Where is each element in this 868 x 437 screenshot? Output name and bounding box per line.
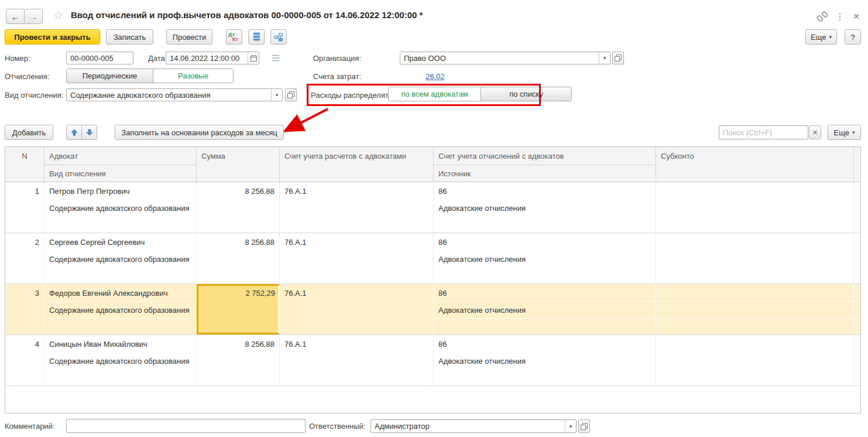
cell-settlement-account[interactable]: 76.А.1 — [280, 284, 434, 334]
cell-subconto[interactable] — [656, 182, 854, 233]
forward-button[interactable]: → — [24, 9, 43, 24]
chevron-down-icon[interactable]: ▾ — [271, 89, 282, 101]
clear-icon: ✕ — [812, 129, 818, 136]
col-header-spacer — [854, 147, 860, 182]
register-records-button[interactable] — [248, 29, 265, 45]
help-button[interactable]: ? — [845, 29, 861, 45]
post-button[interactable]: Провести — [166, 29, 212, 45]
structure-icon — [274, 33, 283, 42]
open-in-form-icon — [287, 91, 294, 98]
cell-settlement-account[interactable]: 76.А.1 — [280, 182, 434, 233]
back-button[interactable]: ← — [6, 9, 25, 24]
deduction-kind-combobox[interactable]: Содержание адвокатского образования ▾ — [66, 88, 283, 101]
close-icon[interactable]: ✕ — [850, 10, 863, 23]
deduction-kind-label: Вид отчисления: — [5, 91, 63, 100]
post-and-close-button[interactable]: Провести и закрыть — [5, 29, 100, 45]
organization-label: Организация: — [313, 54, 361, 63]
organization-open-button[interactable] — [612, 52, 624, 64]
cell-sum[interactable]: 8 256,88 — [197, 335, 280, 385]
cell-subconto[interactable] — [656, 233, 854, 284]
open-in-form-icon — [581, 423, 588, 430]
get-link-icon[interactable] — [816, 10, 829, 23]
back-icon: ← — [11, 12, 20, 21]
search-input[interactable] — [719, 125, 808, 139]
search-clear-button[interactable]: ✕ — [809, 125, 821, 139]
col-header-subconto[interactable]: Субконто — [656, 147, 854, 182]
page-title: Ввод отчислений и проф.вычетов адвокатов… — [71, 10, 423, 20]
cell-settlement-account[interactable]: 76.А.1 — [280, 233, 434, 284]
distribute-option-list[interactable]: по списку — [481, 87, 571, 101]
cost-accounts-link[interactable]: 26.02 — [426, 72, 445, 81]
window-menu-icon[interactable]: ⋮ — [833, 10, 846, 23]
cell-subconto[interactable] — [656, 284, 854, 334]
number-input[interactable] — [66, 52, 133, 64]
table-header: N Адвокат Вид отчисления Сумма Счет учет… — [5, 147, 860, 182]
deductions-tumbler: Периодические Разовые — [66, 69, 234, 83]
date-input[interactable]: 14.06.2022 12:00:00 — [166, 52, 259, 64]
chevron-down-icon[interactable]: ▾ — [565, 420, 576, 432]
deduction-kind-open-button[interactable] — [285, 88, 297, 101]
cell-sum[interactable]: 2 752,29 — [197, 284, 280, 334]
fill-from-expenses-button[interactable]: Заполнить на основании расходов за месяц — [115, 125, 284, 140]
responsible-combobox[interactable]: Администратор ▾ — [370, 419, 577, 433]
col-header-sum[interactable]: Сумма — [197, 147, 280, 182]
cell-deduction-account[interactable]: 86 Адвокатские отчисления — [434, 233, 656, 284]
show-postings-button[interactable]: Дт Кт — [226, 29, 242, 45]
cell-n[interactable]: 3 — [5, 284, 44, 334]
cost-accounts-label: Счета затрат: — [313, 72, 361, 81]
move-up-button[interactable] — [66, 125, 82, 140]
responsible-open-button[interactable] — [578, 419, 590, 433]
table-row[interactable]: 1 Петров Петр Петрович Содержание адвока… — [5, 182, 860, 233]
table-row[interactable]: 4 Синицын Иван Михайлович Содержание адв… — [5, 335, 860, 386]
comment-input[interactable] — [66, 419, 306, 433]
cell-deduction-account[interactable]: 86 Адвокатские отчисления — [434, 335, 656, 385]
cell-n[interactable]: 2 — [5, 233, 44, 284]
add-row-button[interactable]: Добавить — [5, 125, 53, 140]
save-button[interactable]: Записать — [106, 29, 153, 45]
comment-label: Комментарий: — [5, 422, 55, 431]
table-row[interactable]: 2 Сергеев Сергей Сергеевич Содержание ад… — [5, 233, 860, 284]
calendar-icon[interactable] — [248, 52, 259, 64]
table-more-button[interactable]: Еще▾ — [828, 125, 861, 140]
table-row[interactable]: 3 Федоров Евгений Александрович Содержан… — [5, 284, 860, 335]
col-header-n[interactable]: N — [5, 147, 44, 182]
cell-advocate[interactable]: Петров Петр Петрович Содержание адвокатс… — [44, 182, 197, 233]
dtkt-icon: Дт Кт — [228, 32, 240, 42]
document-structure-button[interactable] — [270, 29, 287, 45]
distribute-label: Расходы распределять: — [311, 91, 394, 100]
cell-spacer — [854, 284, 860, 334]
arrow-up-icon — [71, 129, 78, 136]
cell-spacer — [854, 335, 860, 385]
cell-sum[interactable]: 8 256,88 — [197, 182, 280, 233]
cell-sum[interactable]: 8 256,88 — [197, 233, 280, 284]
cell-deduction-account[interactable]: 86 Адвокатские отчисления — [434, 284, 656, 334]
chevron-down-icon: ▾ — [852, 129, 855, 135]
favorite-star-icon[interactable]: ☆ — [53, 8, 63, 22]
col-header-settlement-account[interactable]: Счет учета расчетов с адвокатами — [280, 147, 434, 182]
cell-n[interactable]: 4 — [5, 335, 44, 385]
date-label: Дата: — [148, 54, 167, 63]
number-label: Номер: — [5, 54, 30, 63]
deductions-option-periodic[interactable]: Периодические — [67, 69, 153, 83]
open-list-icon[interactable] — [271, 53, 282, 63]
cell-advocate[interactable]: Сергеев Сергей Сергеевич Содержание адво… — [44, 233, 197, 284]
chevron-down-icon[interactable]: ▾ — [599, 52, 610, 64]
cell-settlement-account[interactable]: 76.А.1 — [280, 335, 434, 385]
cell-subconto[interactable] — [656, 335, 854, 385]
deductions-option-onetime[interactable]: Разовые — [153, 69, 233, 83]
cell-deduction-account[interactable]: 86 Адвокатские отчисления — [434, 182, 656, 233]
responsible-label: Ответственный: — [309, 422, 365, 431]
register-list-icon — [253, 32, 260, 42]
cell-n[interactable]: 1 — [5, 182, 44, 233]
distribute-tumbler: по всем адвокатам по списку — [388, 87, 572, 101]
organization-combobox[interactable]: Право ООО ▾ — [400, 52, 610, 64]
deductions-label: Отчисления: — [5, 72, 50, 81]
col-header-deduction-account[interactable]: Счет учета отчислений с адвокатов Источн… — [434, 147, 656, 182]
open-in-form-icon — [615, 54, 622, 62]
col-header-advocate[interactable]: Адвокат Вид отчисления — [44, 147, 197, 182]
distribute-option-all[interactable]: по всем адвокатам — [389, 87, 481, 101]
cell-advocate[interactable]: Федоров Евгений Александрович Содержание… — [44, 284, 197, 334]
form-more-button[interactable]: Еще▾ — [805, 29, 837, 45]
cell-advocate[interactable]: Синицын Иван Михайлович Содержание адвок… — [44, 335, 197, 385]
move-down-button[interactable] — [81, 125, 97, 140]
